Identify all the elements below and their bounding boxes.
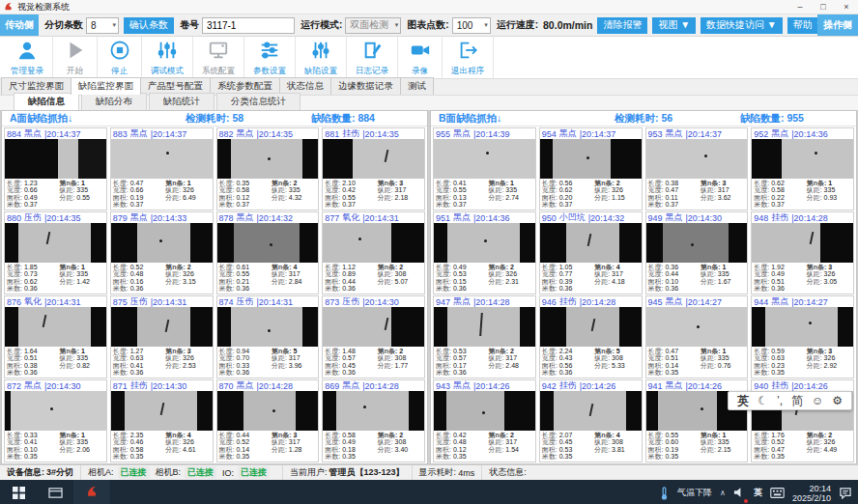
defect-cell[interactable]: 944黑点|20:14:27长度:0.59宽度:0.63面积:0.23米数:0.… <box>751 295 854 378</box>
defect-cell[interactable]: 873压伤|20:14:30长度:1.48宽度:0.57面积:0.45米数:0.… <box>322 295 425 378</box>
tune-icon <box>157 40 178 65</box>
defect-cell[interactable]: 876氧化|20:14:31长度:1.64宽度:0.51面积:0.38米数:0.… <box>4 295 107 378</box>
defect-details-left: 长度:0.47宽度:0.51面积:0.14米数:0.35 <box>648 348 701 377</box>
defect-cell[interactable]: 951黑点|20:14:36长度:0.49宽度:0.53面积:0.15米数:0.… <box>433 211 536 294</box>
data-quick-access-menu-button[interactable]: 数据快捷访问 ▼ <box>701 17 783 34</box>
language-indicator[interactable]: 英 <box>754 487 762 499</box>
ime-simplified-toggle[interactable]: 简 <box>791 393 803 409</box>
defect-cell[interactable]: 949黑点|20:14:30长度:0.36宽度:0.44面积:0.10米数:0.… <box>645 211 749 294</box>
roll-number-input[interactable] <box>202 17 295 34</box>
maximize-button[interactable]: □ <box>812 0 835 14</box>
defect-cell[interactable]: 954黑点|20:14:37长度:0.56宽度:0.62面积:0.20米数:0.… <box>539 127 643 210</box>
run-speed-value: 80.0m/min <box>543 19 592 31</box>
main-tab-1[interactable]: 缺陷监控界面 <box>71 77 141 95</box>
ribbon-button-sliders[interactable]: 参数设置 <box>244 37 296 78</box>
ime-language-bar[interactable]: 英 ☾ ’, 简 ☺ ⚙ <box>728 391 852 410</box>
ime-lang-toggle[interactable]: 英 <box>737 393 749 409</box>
run-mode-select[interactable]: 双面检测 ▾ <box>345 17 401 34</box>
chart-points-select[interactable]: 100 ▾ <box>452 17 491 34</box>
ribbon-button-user[interactable]: 管理登录 <box>2 37 53 78</box>
detail-value: 0.41 <box>453 180 467 186</box>
ime-punctuation-icon[interactable]: ’, <box>777 394 783 407</box>
ribbon-button-monitor[interactable]: 系统配置 <box>193 37 244 78</box>
detail-value: 0.22 <box>771 194 785 201</box>
main-tab-6[interactable]: 测试 <box>400 77 434 95</box>
defect-cell[interactable]: 945黑点|20:14:27长度:0.47宽度:0.51面积:0.14米数:0.… <box>645 295 749 378</box>
detail-label: 纵距: <box>807 438 822 445</box>
defect-details: 长度:1.23宽度:0.66面积:0.49米数:0.37第n条:1纵距:335分… <box>5 179 106 210</box>
detail-value: 0.44 <box>665 270 678 277</box>
defect-cell[interactable]: 874压伤|20:14:31长度:0.94宽度:0.70面积:0.33米数:0.… <box>216 295 320 378</box>
defect-cell[interactable]: 948挂伤|20:14:28长度:1.92宽度:0.49面积:0.51米数:0.… <box>751 211 854 294</box>
ribbon-button-exit[interactable]: 退出程序 <box>443 37 494 78</box>
detail-row: 宽度:0.58 <box>219 186 272 194</box>
defect-cell[interactable]: 955黑点|20:14:39长度:0.41宽度:0.55面积:0.13米数:0.… <box>433 127 536 210</box>
defect-cell[interactable]: 953黑点|20:14:37长度:0.38宽度:0.47面积:0.11米数:0.… <box>645 127 749 210</box>
defect-cell[interactable]: 942挂伤|20:14:26长度:2.07宽度:0.45面积:0.53米数:0.… <box>539 379 643 462</box>
defect-cell[interactable]: 882黑点|20:14:35长度:0.35宽度:0.58面积:0.12米数:0.… <box>216 127 320 210</box>
detail-row: 面积:0.39 <box>542 278 594 286</box>
defect-cell[interactable]: 877氧化|20:14:31长度:1.12宽度:0.89面积:0.44米数:0.… <box>322 211 425 294</box>
detail-row: 米数:0.36 <box>219 369 272 377</box>
sub-tab-3[interactable]: 分类信息统计 <box>216 93 300 110</box>
defect-time: |20:14:26 <box>580 381 615 391</box>
ribbon-button-slidersv[interactable]: 缺陷设置 <box>296 37 347 78</box>
sub-tab-0[interactable]: 缺陷信息 <box>14 93 79 110</box>
detail-label: 纵距: <box>272 354 287 361</box>
ribbon-button-label: 退出程序 <box>451 66 484 77</box>
confirm-count-button[interactable]: 确认条数 <box>124 17 174 34</box>
defect-cell[interactable]: 943黑点|20:14:26长度:0.42宽度:0.48面积:0.12米数:0.… <box>433 379 536 462</box>
sub-tab-1[interactable]: 缺陷分布 <box>81 93 147 110</box>
defect-cell[interactable]: 947黑点|20:14:28长度:0.53宽度:0.57面积:0.17米数:0.… <box>433 295 536 378</box>
defect-cell[interactable]: 878黑点|20:14:32长度:0.61宽度:0.55面积:0.21米数:0.… <box>216 211 320 294</box>
detail-label: 长度: <box>219 348 235 354</box>
start-button[interactable] <box>0 480 37 504</box>
ribbon-button-journal[interactable]: 日志记录 <box>347 37 398 78</box>
detail-value: 0.35 <box>24 453 38 460</box>
ime-settings-icon[interactable]: ⚙ <box>832 394 843 407</box>
chevron-down-icon: ▾ <box>395 21 399 29</box>
clear-alarm-button[interactable]: 清除报警 <box>597 17 647 34</box>
chart-points-label: 图表点数: <box>407 18 448 32</box>
ribbon-button-tune[interactable]: 调试模式 <box>142 37 193 78</box>
defect-cell[interactable]: 871挂伤|20:14:30长度:2.35宽度:0.46面积:0.58米数:0.… <box>110 379 214 462</box>
defect-cell[interactable]: 950小凹坑|20:14:32长度:1.05宽度:0.77面积:0.39米数:0… <box>539 211 643 294</box>
ribbon-button-play[interactable]: 开始 <box>53 37 98 78</box>
volume-icon[interactable] <box>733 485 746 502</box>
minimize-button[interactable]: – <box>788 0 812 14</box>
defect-cell[interactable]: 946挂伤|20:14:28长度:2.24宽度:0.43面积:0.56米数:0.… <box>539 295 643 378</box>
defect-cell[interactable]: 881挂伤|20:14:35长度:2.10宽度:0.42面积:0.55米数:0.… <box>322 127 425 210</box>
detail-label: 第n条: <box>594 432 615 438</box>
defect-details-right: 第n条:4纵距:317分距:4.18 <box>594 264 639 293</box>
defect-cell[interactable]: 952黑点|20:14:36长度:0.62宽度:0.58面积:0.22米数:0.… <box>751 127 854 210</box>
defect-cell[interactable]: 872黑点|20:14:30长度:0.33宽度:0.41面积:0.10米数:0.… <box>4 379 107 462</box>
defect-cell[interactable]: 869黑点|20:14:28长度:0.58宽度:0.49面积:0.18米数:0.… <box>322 379 425 462</box>
detail-value: 0.53 <box>453 348 467 354</box>
main-tab-5[interactable]: 边缘数据记录 <box>330 77 401 95</box>
slit-count-select[interactable]: 8 ▾ <box>86 17 119 34</box>
taskbar-clock[interactable]: 20:14 2025/2/10 <box>792 484 831 503</box>
chevron-down-icon: ▾ <box>484 21 488 29</box>
weather-text[interactable]: 气温下降 <box>677 487 712 499</box>
defect-cell[interactable]: 879黑点|20:14:33长度:0.52宽度:0.48面积:0.16米数:0.… <box>110 211 214 294</box>
defect-cell[interactable]: 880压伤|20:14:35长度:1.85宽度:0.73面积:0.62米数:0.… <box>4 211 107 294</box>
defect-cell[interactable]: 883黑点|20:14:37长度:0.47宽度:0.66面积:0.19米数:0.… <box>110 127 214 210</box>
close-button[interactable]: × <box>835 0 858 14</box>
taskbar-app-explorer[interactable] <box>37 480 73 504</box>
taskbar-app-inspection[interactable] <box>73 480 110 504</box>
keyboard-icon[interactable] <box>770 488 785 498</box>
ribbon-button-stop[interactable]: 停止 <box>98 37 142 78</box>
defect-cell[interactable]: 870黑点|20:14:28长度:0.44宽度:0.52面积:0.14米数:0.… <box>216 379 320 462</box>
detail-value: 5.33 <box>612 362 625 369</box>
ribbon-button-camera[interactable]: 录像 <box>398 37 443 78</box>
defect-cell[interactable]: 884黑点|20:14:37长度:1.23宽度:0.66面积:0.49米数:0.… <box>4 127 107 210</box>
defect-cell[interactable]: 875压伤|20:14:31长度:1.27宽度:0.63面积:0.41米数:0.… <box>110 295 214 378</box>
sub-tab-2[interactable]: 缺陷统计 <box>149 93 214 110</box>
ime-halfwidth-icon[interactable]: ☾ <box>758 394 768 407</box>
drive-side-button[interactable]: 传动侧 <box>0 14 39 36</box>
tray-expand-chevron[interactable]: ∧ <box>720 489 726 497</box>
view-menu-button[interactable]: 视图 ▼ <box>652 17 696 34</box>
ime-emoji-icon[interactable]: ☺ <box>812 394 823 407</box>
operator-side-button[interactable]: 操作侧 <box>817 14 858 36</box>
action-center-icon[interactable] <box>839 487 852 499</box>
